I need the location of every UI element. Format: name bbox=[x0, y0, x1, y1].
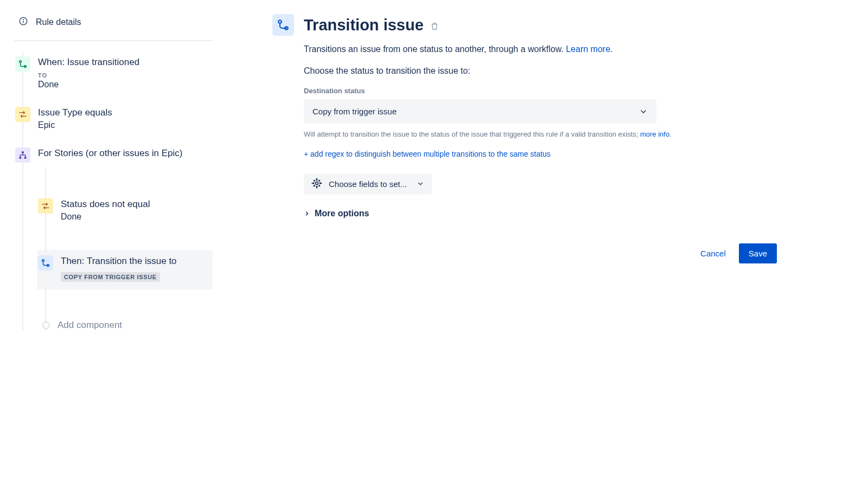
panel-title: Transition issue bbox=[304, 16, 424, 34]
chevron-down-icon bbox=[417, 180, 424, 188]
chevron-right-icon bbox=[304, 210, 310, 217]
workflow-icon bbox=[15, 56, 30, 72]
destination-status-label: Destination status bbox=[304, 87, 777, 95]
info-icon bbox=[18, 16, 28, 28]
delete-icon[interactable] bbox=[430, 23, 439, 32]
add-component-label: Add component bbox=[58, 320, 122, 331]
step-title: Issue Type equals bbox=[38, 107, 208, 119]
save-button[interactable]: Save bbox=[739, 243, 777, 263]
tree-line bbox=[45, 167, 46, 331]
step-condition-issuetype[interactable]: Issue Type equals Epic bbox=[14, 102, 213, 143]
step-value: Done bbox=[38, 80, 208, 89]
select-value: Copy from trigger issue bbox=[312, 107, 397, 116]
rule-details-label: Rule details bbox=[36, 17, 81, 27]
branch-icon bbox=[15, 147, 30, 163]
rule-sidebar: Rule details When: Issue transitioned TO… bbox=[7, 11, 213, 331]
more-info-link[interactable]: more info bbox=[640, 130, 669, 138]
rule-tree: When: Issue transitioned TO Done Issue T… bbox=[14, 52, 213, 331]
destination-status-select[interactable]: Copy from trigger issue bbox=[304, 99, 656, 124]
choose-fields-button[interactable]: Choose fields to set... bbox=[304, 173, 432, 195]
svg-point-2 bbox=[23, 20, 24, 20]
config-panel: Transition issue Transitions an issue fr… bbox=[213, 11, 853, 331]
condition-icon bbox=[15, 107, 30, 122]
svg-point-12 bbox=[316, 182, 318, 184]
panel-header: Transition issue bbox=[272, 14, 777, 36]
condition-icon bbox=[38, 198, 53, 214]
branch-children: Status does not equal Done Then: Transit… bbox=[37, 167, 213, 331]
choose-status-label: Choose the status to transition the issu… bbox=[304, 66, 777, 76]
rule-details-header[interactable]: Rule details bbox=[14, 11, 213, 41]
gear-icon bbox=[311, 178, 322, 190]
workflow-icon bbox=[272, 14, 294, 36]
more-options-toggle[interactable]: More options bbox=[304, 209, 777, 218]
step-badge: COPY FROM TRIGGER ISSUE bbox=[61, 272, 160, 282]
svg-rect-7 bbox=[24, 157, 27, 158]
destination-hint: Will attempt to transition the issue to … bbox=[304, 129, 749, 140]
add-regex-link[interactable]: + add regex to distinguish between multi… bbox=[304, 150, 777, 158]
more-options-label: More options bbox=[315, 209, 369, 218]
add-component[interactable]: Add component bbox=[37, 313, 213, 331]
choose-fields-label: Choose fields to set... bbox=[329, 179, 407, 189]
svg-rect-6 bbox=[19, 157, 21, 158]
chevron-down-icon bbox=[639, 107, 648, 116]
step-value: Done bbox=[61, 212, 208, 222]
step-title: For Stories (or other issues in Epic) bbox=[38, 147, 208, 160]
svg-rect-5 bbox=[22, 151, 24, 153]
step-title: When: Issue transitioned bbox=[38, 56, 208, 69]
step-value: Epic bbox=[38, 120, 208, 130]
step-title: Then: Transition the issue to bbox=[61, 255, 208, 268]
step-trigger[interactable]: When: Issue transitioned TO Done bbox=[14, 52, 213, 102]
step-title: Status does not equal bbox=[61, 198, 208, 211]
svg-point-10 bbox=[278, 20, 282, 23]
step-sublabel: TO bbox=[38, 72, 208, 79]
step-action-transition[interactable]: Then: Transition the issue to COPY FROM … bbox=[37, 250, 213, 289]
learn-more-link[interactable]: Learn more. bbox=[566, 44, 612, 54]
step-branch[interactable]: For Stories (or other issues in Epic) bbox=[14, 143, 213, 167]
panel-content: Transitions an issue from one status to … bbox=[304, 44, 777, 263]
panel-actions: Cancel Save bbox=[304, 243, 777, 263]
panel-description: Transitions an issue from one status to … bbox=[304, 44, 777, 54]
cancel-button[interactable]: Cancel bbox=[697, 244, 729, 262]
workflow-icon bbox=[38, 255, 53, 270]
add-dot-icon bbox=[42, 321, 50, 329]
step-condition-status[interactable]: Status does not equal Done bbox=[37, 194, 213, 235]
